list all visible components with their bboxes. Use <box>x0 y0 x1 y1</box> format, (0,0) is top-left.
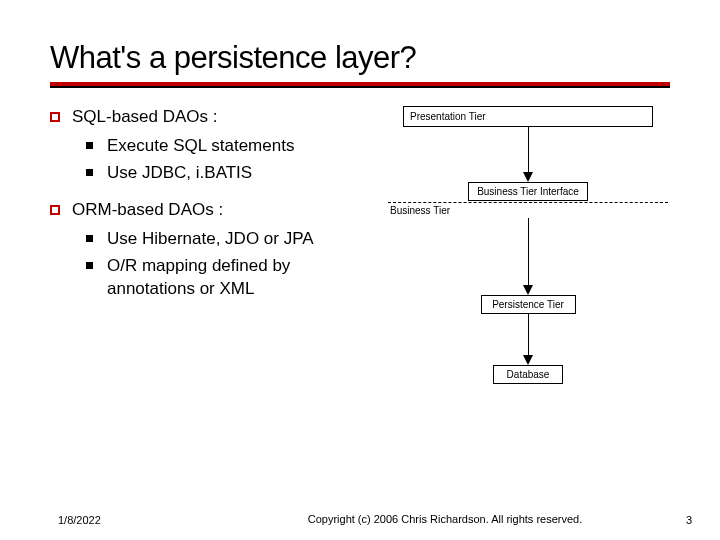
title-underline <box>50 82 670 88</box>
slide-title: What's a persistence layer? <box>50 40 670 76</box>
sub-bullet: Execute SQL statements <box>86 135 380 158</box>
footer-copyright: Copyright (c) 2006 Chris Richardson. All… <box>198 512 652 526</box>
arrow-down-icon <box>523 172 533 182</box>
footer-page-number: 3 <box>652 514 692 526</box>
presentation-tier-box: Presentation Tier <box>403 106 653 127</box>
business-tier-label: Business Tier <box>388 203 668 218</box>
connector-line <box>528 218 529 286</box>
sub-label: O/R mapping defined by annotations or XM… <box>107 255 380 301</box>
bullet-sql-daos: SQL-based DAOs : <box>50 106 380 129</box>
text-column: SQL-based DAOs : Execute SQL statements … <box>50 106 380 315</box>
business-tier-interface-box: Business Tier Interface <box>468 182 588 201</box>
sub-label: Use Hibernate, JDO or JPA <box>107 228 380 251</box>
persistence-tier-box: Persistence Tier <box>481 295 576 314</box>
footer-date: 1/8/2022 <box>58 514 198 526</box>
content-row: SQL-based DAOs : Execute SQL statements … <box>50 106 670 384</box>
sub-bullet: O/R mapping defined by annotations or XM… <box>86 255 380 301</box>
bullet-label: SQL-based DAOs : <box>72 106 380 129</box>
connector-line <box>528 127 529 173</box>
square-bullet-icon <box>50 112 60 122</box>
small-square-icon <box>86 235 93 242</box>
square-bullet-icon <box>50 205 60 215</box>
bullet-orm-daos: ORM-based DAOs : <box>50 199 380 222</box>
sub-list-orm: Use Hibernate, JDO or JPA O/R mapping de… <box>86 228 380 301</box>
arrow-down-icon <box>523 285 533 295</box>
slide-footer: 1/8/2022 Copyright (c) 2006 Chris Richar… <box>0 512 720 526</box>
sub-label: Use JDBC, i.BATIS <box>107 162 380 185</box>
connector-line <box>528 314 529 356</box>
small-square-icon <box>86 142 93 149</box>
database-box: Database <box>493 365 563 384</box>
small-square-icon <box>86 262 93 269</box>
slide: What's a persistence layer? SQL-based DA… <box>0 0 720 540</box>
arrow-down-icon <box>523 355 533 365</box>
bullet-label: ORM-based DAOs : <box>72 199 380 222</box>
sub-label: Execute SQL statements <box>107 135 380 158</box>
sub-list-sql: Execute SQL statements Use JDBC, i.BATIS <box>86 135 380 185</box>
sub-bullet: Use Hibernate, JDO or JPA <box>86 228 380 251</box>
tier-diagram: Presentation Tier Business Tier Interfac… <box>388 106 668 384</box>
sub-bullet: Use JDBC, i.BATIS <box>86 162 380 185</box>
small-square-icon <box>86 169 93 176</box>
